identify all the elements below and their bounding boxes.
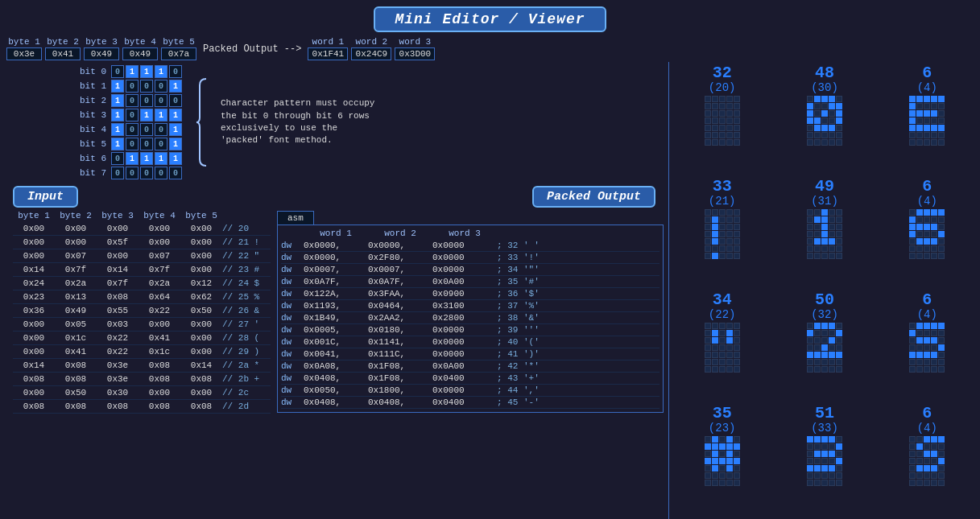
cb-cell-11-4-1 [916,465,923,472]
char-number-10: 51 [815,406,834,422]
out-kw-9: dw [281,349,304,359]
cb-cell-6-2-2 [719,337,726,344]
cb-cell-2-1-3 [931,103,937,109]
bit-row-0: bit 001110 [77,65,182,78]
cb-cell-9-5-3 [726,472,733,479]
cb-cell-1-3-0 [807,117,813,124]
cb-cell-11-0-2 [924,436,930,443]
cb-cell-8-5-1 [916,359,923,365]
table-row: 0x230x130x080x640x62// 25 % [13,290,271,304]
bit-row-6: bit 601111 [77,152,182,165]
brace-icon [195,77,208,167]
cb-cell-11-0-0 [909,436,916,443]
cb-cell-10-5-2 [821,472,828,479]
cb-cell-0-5-0 [705,132,711,138]
out-w1-3: 0x0A7F, [304,277,368,286]
out-w1-7: 0x0005, [304,325,368,335]
cb-cell-10-5-1 [814,472,821,479]
char-preview-item: 50(32) [775,292,874,402]
cb-cell-7-0-4 [836,323,842,329]
list-item: dw0x0005,0x0180,0x0000; 39 ''' [281,324,660,336]
input-cell-0-0: 0x00 [13,222,55,235]
cb-cell-11-1-4 [938,443,945,450]
cb-cell-1-2-2 [821,110,828,117]
table-row: 0x140x7f0x140x7f0x00// 23 # [13,263,271,277]
cb-cell-5-3-3 [931,231,937,237]
input-cell-6-0: 0x36 [13,304,55,317]
cb-cell-2-2-2 [924,110,930,117]
table-row: 0x000x000x5f0x000x00// 21 ! [13,236,271,249]
cb-cell-8-4-1 [916,352,923,358]
cb-cell-9-5-0 [705,472,711,479]
cb-cell-6-2-1 [712,337,718,344]
char-preview-item: 33(21) [672,179,771,289]
char-sub-2: (4) [917,81,937,94]
cb-cell-10-0-3 [829,436,835,443]
cb-cell-5-2-1 [916,224,923,230]
cb-cell-7-4-4 [836,352,842,358]
input-cell-11-2: 0x3e [97,373,139,385]
cb-cell-5-2-0 [909,224,916,230]
out-kw-10: dw [281,361,304,371]
cb-cell-7-3-0 [807,344,813,351]
cb-cell-11-0-4 [938,436,945,443]
out-w2-2: 0x0007, [368,265,432,274]
word2-value: 0x24C9 [351,47,391,60]
cb-cell-7-6-1 [814,366,821,373]
input-data-table: 0x000x000x000x000x00// 200x000x000x5f0x0… [13,222,271,414]
bit-cell-6-0: 0 [111,152,124,165]
cb-cell-5-2-2 [924,224,930,230]
cb-cell-6-5-1 [712,359,718,365]
cb-cell-3-5-3 [726,245,733,252]
bit-cell-0-4: 0 [169,65,182,78]
cb-cell-3-0-4 [734,209,740,216]
cb-cell-9-4-2 [719,465,726,472]
cb-cell-7-3-3 [829,344,835,351]
asm-tab[interactable]: asm [277,211,314,224]
input-cell-10-0: 0x14 [13,359,55,372]
cb-cell-0-3-2 [719,117,726,124]
char-preview-item: 6(4) [878,65,977,175]
cb-cell-10-6-4 [836,480,842,486]
input-cell-6-2: 0x55 [97,304,139,317]
char-preview-item: 6(4) [878,179,977,289]
cb-cell-2-0-2 [924,96,930,102]
cb-cell-10-1-2 [821,443,828,450]
list-item: dw0x0000,0x0000,0x0000; 32 ' ' [281,240,660,252]
cb-cell-2-5-0 [909,132,916,138]
out-w2-0: 0x0000, [368,241,432,250]
cb-cell-7-0-3 [829,323,835,329]
bit-cell-1-0: 1 [111,80,124,93]
char-preview-item: 49(31) [775,179,874,289]
cb-cell-2-1-1 [916,103,923,109]
out-w3-12: 0x0000 [432,385,497,395]
input-cell-12-3: 0x00 [139,386,180,399]
word3-value: 0x3D00 [395,47,435,60]
input-label: Input [13,186,78,208]
cb-cell-6-6-3 [726,366,733,373]
cb-cell-10-0-0 [807,436,813,443]
out-kw-12: dw [281,385,304,395]
cb-cell-7-2-2 [821,337,828,344]
cb-cell-11-0-1 [916,436,923,443]
cb-cell-6-3-4 [734,344,740,351]
cb-cell-4-4-3 [829,238,835,245]
middle-section: bit 001110bit 110001bit 210000bit 310111… [6,62,662,183]
cb-cell-5-3-4 [938,231,945,237]
input-comment-1: // 21 ! [222,237,271,247]
cb-cell-1-5-2 [821,132,828,138]
output-table-body: dw0x0000,0x0000,0x0000; 32 ' 'dw0x0000,0… [281,240,660,409]
cb-cell-8-3-3 [931,344,937,351]
cb-cell-3-5-4 [734,245,740,252]
cb-cell-8-6-3 [931,366,937,373]
output-col-w1: word 1 [304,229,368,238]
bit-cell-7-3: 0 [155,167,167,179]
cb-cell-7-6-4 [836,366,842,373]
cb-cell-8-4-0 [909,352,916,358]
cb-cell-7-5-1 [814,359,821,365]
cb-cell-9-6-1 [712,480,718,486]
char-bitmap-7 [807,323,842,373]
cb-cell-6-1-2 [719,330,726,336]
cb-cell-5-1-0 [909,216,916,223]
input-comment-6: // 26 & [222,306,271,315]
